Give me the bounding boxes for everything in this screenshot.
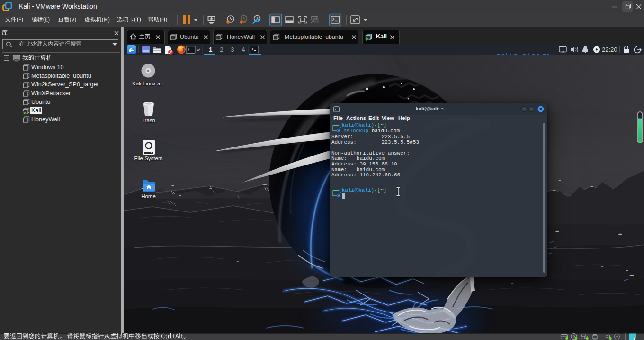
svg-text:3: 3 (231, 46, 234, 53)
svg-text:2: 2 (220, 46, 224, 53)
svg-text:1: 1 (209, 46, 213, 53)
svg-text:22:20: 22:20 (602, 46, 617, 53)
svg-text:4: 4 (242, 46, 245, 53)
